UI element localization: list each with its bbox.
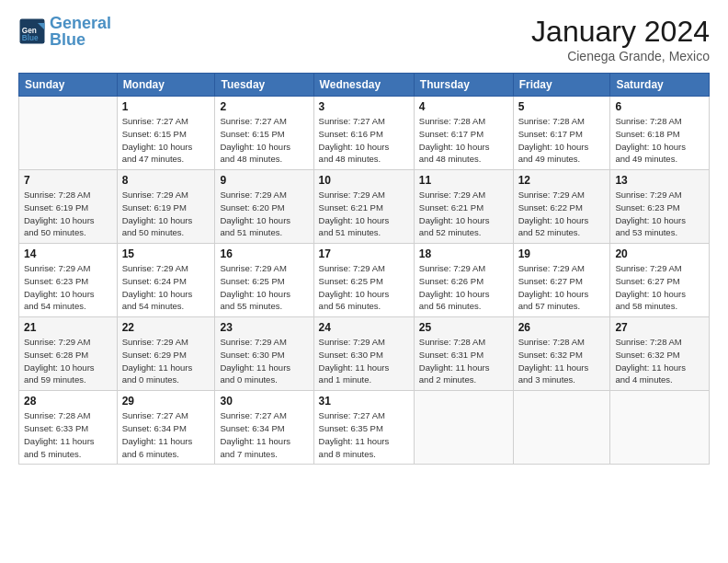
day-info: Sunrise: 7:29 AMSunset: 6:28 PMDaylight:… [24, 336, 112, 386]
day-info: Sunrise: 7:28 AMSunset: 6:32 PMDaylight:… [615, 336, 704, 386]
day-info: Sunrise: 7:28 AMSunset: 6:18 PMDaylight:… [615, 115, 704, 166]
table-row [513, 391, 610, 465]
day-number: 19 [518, 247, 606, 260]
table-row: 30Sunrise: 7:27 AMSunset: 6:34 PMDayligh… [215, 391, 313, 465]
day-info: Sunrise: 7:28 AMSunset: 6:32 PMDaylight:… [518, 336, 606, 386]
day-number: 4 [419, 100, 508, 113]
day-number: 10 [319, 174, 409, 187]
col-sunday: Sunday [19, 74, 118, 97]
day-info: Sunrise: 7:29 AMSunset: 6:26 PMDaylight:… [419, 262, 508, 313]
table-row: 12Sunrise: 7:29 AMSunset: 6:22 PMDayligh… [513, 170, 610, 244]
table-row: 6Sunrise: 7:28 AMSunset: 6:18 PMDaylight… [610, 97, 710, 170]
table-row: 11Sunrise: 7:29 AMSunset: 6:21 PMDayligh… [414, 170, 513, 244]
day-info: Sunrise: 7:29 AMSunset: 6:23 PMDaylight:… [615, 189, 704, 239]
day-number: 25 [419, 321, 508, 334]
day-info: Sunrise: 7:28 AMSunset: 6:31 PMDaylight:… [419, 336, 508, 386]
calendar-week-row: 21Sunrise: 7:29 AMSunset: 6:28 PMDayligh… [19, 317, 710, 391]
table-row: 24Sunrise: 7:29 AMSunset: 6:30 PMDayligh… [313, 317, 414, 391]
col-friday: Friday [513, 74, 610, 97]
header: Gen Blue General Blue January 2024 Ciene… [18, 15, 710, 63]
calendar-week-row: 1Sunrise: 7:27 AMSunset: 6:15 PMDaylight… [19, 97, 710, 170]
table-row [19, 97, 118, 170]
table-row: 3Sunrise: 7:27 AMSunset: 6:16 PMDaylight… [313, 97, 414, 170]
table-row: 14Sunrise: 7:29 AMSunset: 6:23 PMDayligh… [19, 244, 118, 317]
table-row: 25Sunrise: 7:28 AMSunset: 6:31 PMDayligh… [414, 317, 513, 391]
table-row: 19Sunrise: 7:29 AMSunset: 6:27 PMDayligh… [513, 244, 610, 317]
table-row: 9Sunrise: 7:29 AMSunset: 6:20 PMDaylight… [215, 170, 313, 244]
table-row: 13Sunrise: 7:29 AMSunset: 6:23 PMDayligh… [610, 170, 710, 244]
table-row: 16Sunrise: 7:29 AMSunset: 6:25 PMDayligh… [215, 244, 313, 317]
day-number: 16 [220, 247, 308, 260]
day-number: 29 [122, 395, 210, 408]
day-number: 17 [319, 247, 409, 260]
table-row: 10Sunrise: 7:29 AMSunset: 6:21 PMDayligh… [313, 170, 414, 244]
day-info: Sunrise: 7:29 AMSunset: 6:23 PMDaylight:… [24, 262, 112, 313]
table-row: 27Sunrise: 7:28 AMSunset: 6:32 PMDayligh… [610, 317, 710, 391]
svg-text:Blue: Blue [22, 34, 39, 42]
day-info: Sunrise: 7:29 AMSunset: 6:30 PMDaylight:… [319, 336, 409, 386]
table-row: 1Sunrise: 7:27 AMSunset: 6:15 PMDaylight… [117, 97, 215, 170]
day-number: 28 [24, 395, 112, 408]
day-info: Sunrise: 7:29 AMSunset: 6:21 PMDaylight:… [419, 189, 508, 239]
day-number: 21 [24, 321, 112, 334]
day-info: Sunrise: 7:28 AMSunset: 6:19 PMDaylight:… [24, 189, 112, 239]
day-info: Sunrise: 7:27 AMSunset: 6:15 PMDaylight:… [122, 115, 210, 166]
table-row [414, 391, 513, 465]
day-number: 14 [24, 247, 112, 260]
table-row: 5Sunrise: 7:28 AMSunset: 6:17 PMDaylight… [513, 97, 610, 170]
day-info: Sunrise: 7:27 AMSunset: 6:16 PMDaylight:… [319, 115, 409, 166]
logo: Gen Blue General Blue [18, 15, 111, 48]
table-row: 22Sunrise: 7:29 AMSunset: 6:29 PMDayligh… [117, 317, 215, 391]
day-info: Sunrise: 7:29 AMSunset: 6:29 PMDaylight:… [122, 336, 210, 386]
day-number: 30 [220, 395, 308, 408]
day-info: Sunrise: 7:28 AMSunset: 6:17 PMDaylight:… [419, 115, 508, 166]
day-info: Sunrise: 7:28 AMSunset: 6:33 PMDaylight:… [24, 409, 112, 460]
day-number: 31 [319, 395, 409, 408]
day-info: Sunrise: 7:29 AMSunset: 6:20 PMDaylight:… [220, 189, 308, 239]
col-monday: Monday [117, 74, 215, 97]
table-row: 28Sunrise: 7:28 AMSunset: 6:33 PMDayligh… [19, 391, 118, 465]
day-number: 1 [122, 100, 210, 113]
day-info: Sunrise: 7:27 AMSunset: 6:34 PMDaylight:… [122, 409, 210, 460]
day-number: 22 [122, 321, 210, 334]
page: Gen Blue General Blue January 2024 Ciene… [0, 0, 728, 563]
col-tuesday: Tuesday [215, 74, 313, 97]
day-info: Sunrise: 7:29 AMSunset: 6:30 PMDaylight:… [220, 336, 308, 386]
day-number: 6 [615, 100, 704, 113]
calendar-table: Sunday Monday Tuesday Wednesday Thursday… [18, 73, 710, 465]
table-row: 31Sunrise: 7:27 AMSunset: 6:35 PMDayligh… [313, 391, 414, 465]
day-number: 12 [518, 174, 606, 187]
day-number: 9 [220, 174, 308, 187]
table-row: 8Sunrise: 7:29 AMSunset: 6:19 PMDaylight… [117, 170, 215, 244]
table-row: 29Sunrise: 7:27 AMSunset: 6:34 PMDayligh… [117, 391, 215, 465]
title-block: January 2024 Cienega Grande, Mexico [531, 15, 710, 63]
table-row: 17Sunrise: 7:29 AMSunset: 6:25 PMDayligh… [313, 244, 414, 317]
day-number: 5 [518, 100, 606, 113]
day-info: Sunrise: 7:29 AMSunset: 6:24 PMDaylight:… [122, 262, 210, 313]
month-title: January 2024 [531, 15, 710, 49]
calendar-week-row: 14Sunrise: 7:29 AMSunset: 6:23 PMDayligh… [19, 244, 710, 317]
table-row: 21Sunrise: 7:29 AMSunset: 6:28 PMDayligh… [19, 317, 118, 391]
day-info: Sunrise: 7:27 AMSunset: 6:35 PMDaylight:… [319, 409, 409, 460]
day-number: 2 [220, 100, 308, 113]
day-number: 3 [319, 100, 409, 113]
day-number: 8 [122, 174, 210, 187]
day-info: Sunrise: 7:29 AMSunset: 6:19 PMDaylight:… [122, 189, 210, 239]
col-wednesday: Wednesday [313, 74, 414, 97]
day-number: 26 [518, 321, 606, 334]
col-saturday: Saturday [610, 74, 710, 97]
day-number: 11 [419, 174, 508, 187]
day-number: 13 [615, 174, 704, 187]
table-row: 18Sunrise: 7:29 AMSunset: 6:26 PMDayligh… [414, 244, 513, 317]
day-number: 15 [122, 247, 210, 260]
day-info: Sunrise: 7:29 AMSunset: 6:21 PMDaylight:… [319, 189, 409, 239]
logo-text: General Blue [50, 15, 111, 48]
day-number: 7 [24, 174, 112, 187]
day-info: Sunrise: 7:29 AMSunset: 6:25 PMDaylight:… [319, 262, 409, 313]
day-info: Sunrise: 7:27 AMSunset: 6:34 PMDaylight:… [220, 409, 308, 460]
day-number: 18 [419, 247, 508, 260]
table-row [610, 391, 710, 465]
day-number: 23 [220, 321, 308, 334]
day-number: 27 [615, 321, 704, 334]
day-info: Sunrise: 7:29 AMSunset: 6:27 PMDaylight:… [518, 262, 606, 313]
